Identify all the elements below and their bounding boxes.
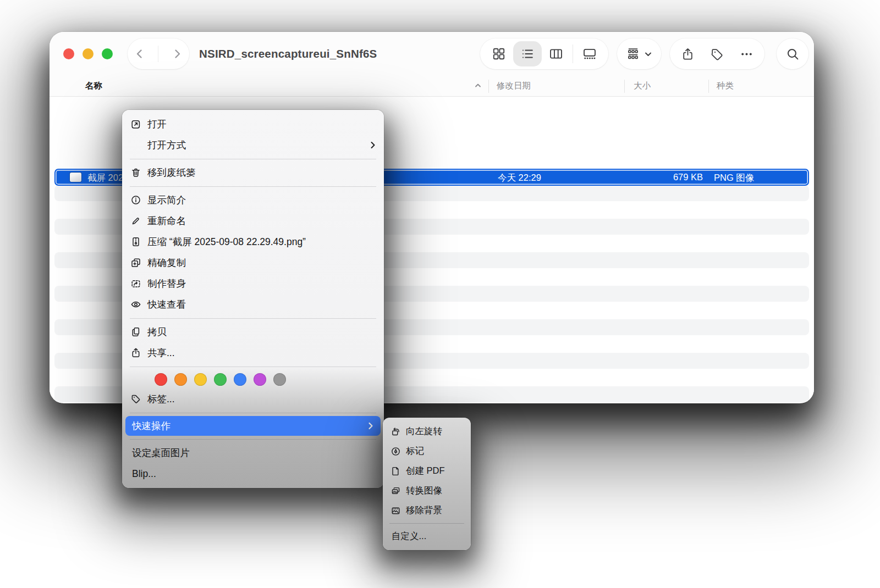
close-button[interactable] (63, 48, 74, 59)
menu-item-label: 压缩 “截屏 2025-09-08 22.29.49.png” (147, 235, 306, 248)
create-pdf-icon (390, 465, 401, 477)
menu-item-label: 打开方式 (147, 138, 186, 152)
menu-item-label: 标签... (147, 392, 175, 406)
quick-actions-submenu: 向左旋转 标记 创建 PDF 转换图像 移除背景 自定义... (383, 418, 471, 550)
menu-divider (130, 186, 376, 187)
window-title: NSIRD_screencaptureui_SnNf6S (199, 32, 377, 76)
menu-item-label: 精确复制 (147, 256, 186, 269)
menu-item-label: 设定桌面图片 (132, 446, 190, 459)
icon-view-button[interactable] (485, 41, 513, 66)
remove-background-icon (390, 505, 401, 517)
menu-item-set-desktop-picture[interactable]: 设定桌面图片 (122, 442, 384, 463)
trash-icon (130, 167, 141, 179)
tag-purple[interactable] (254, 373, 266, 386)
submenu-item-rotate-left[interactable]: 向左旋转 (383, 421, 471, 441)
submenu-item-create-pdf[interactable]: 创建 PDF (383, 461, 471, 481)
group-icon (626, 47, 640, 61)
menu-item-label: 快速操作 (132, 419, 170, 432)
open-in-new-icon (130, 119, 141, 130)
tag-orange[interactable] (174, 373, 187, 386)
menu-item-label: 共享... (147, 346, 175, 359)
tag-color-row (122, 370, 384, 389)
search-button[interactable] (777, 38, 809, 69)
convert-image-icon (390, 485, 401, 497)
menu-item-label: 重新命名 (147, 214, 186, 228)
menu-item-compress[interactable]: 压缩 “截屏 2025-09-08 22.29.49.png” (122, 231, 384, 252)
submenu-item-customize[interactable]: 自定义... (383, 526, 471, 546)
column-view-button[interactable] (542, 41, 570, 66)
menu-item-label: 拷贝 (147, 325, 167, 339)
menu-item-make-alias[interactable]: 制作替身 (122, 273, 384, 294)
info-icon (130, 195, 141, 206)
submenu-item-remove-background[interactable]: 移除背景 (383, 501, 471, 520)
submenu-divider (389, 523, 464, 524)
zip-file-icon (130, 236, 141, 248)
menu-item-get-info[interactable]: 显示简介 (122, 190, 384, 210)
menu-item-copy[interactable]: 拷贝 (122, 321, 384, 342)
alias-icon (130, 278, 141, 290)
file-date: 今天 22:29 (498, 172, 541, 184)
menu-item-tags[interactable]: 标签... (122, 389, 384, 409)
tag-button[interactable] (710, 47, 724, 61)
file-size: 679 KB (625, 172, 703, 182)
tag-blue[interactable] (234, 373, 246, 386)
menu-item-quick-actions[interactable]: 快速操作 (125, 416, 381, 436)
tag-yellow[interactable] (194, 373, 207, 386)
view-divider (573, 45, 573, 63)
menu-divider (130, 439, 376, 440)
toolbar: NSIRD_screencaptureui_SnNf6S (50, 32, 814, 76)
submenu-item-label: 创建 PDF (406, 465, 445, 477)
view-switcher (480, 38, 608, 69)
list-view-button[interactable] (513, 41, 542, 66)
submenu-item-label: 转换图像 (406, 485, 442, 497)
submenu-item-convert-image[interactable]: 转换图像 (383, 481, 471, 501)
submenu-item-label: 自定义... (392, 530, 426, 542)
menu-item-label: 打开 (147, 118, 167, 131)
group-button[interactable] (617, 38, 661, 69)
column-header-size[interactable]: 大小 (634, 80, 651, 92)
submenu-item-label: 标记 (406, 445, 424, 457)
menu-item-blip[interactable]: Blip... (122, 463, 384, 484)
tag-red[interactable] (155, 373, 167, 386)
submenu-item-markup[interactable]: 标记 (383, 441, 471, 461)
sort-ascending-icon (474, 82, 482, 90)
traffic-lights (63, 48, 113, 59)
file-thumbnail-icon (70, 173, 81, 182)
column-header-date[interactable]: 修改日期 (497, 80, 531, 92)
column-header-name[interactable]: 名称 (85, 80, 102, 92)
submenu-chevron-icon (370, 141, 376, 149)
action-buttons (670, 38, 765, 69)
header-divider (488, 80, 489, 93)
minimize-button[interactable] (82, 48, 94, 59)
submenu-chevron-icon (367, 421, 374, 430)
pencil-icon (130, 215, 141, 227)
nav-buttons (128, 38, 189, 69)
more-icon[interactable] (740, 47, 754, 61)
share-button[interactable] (681, 47, 695, 61)
back-icon[interactable] (134, 48, 146, 60)
zoom-button[interactable] (102, 48, 113, 59)
tag-icon (130, 393, 141, 405)
menu-item-quick-look[interactable]: 快速查看 (122, 294, 384, 315)
share-icon (130, 347, 141, 359)
menu-item-rename[interactable]: 重新命名 (122, 210, 384, 231)
menu-item-share[interactable]: 共享... (122, 342, 384, 363)
menu-item-duplicate[interactable]: 精确复制 (122, 252, 384, 273)
menu-item-label: 显示简介 (147, 193, 186, 207)
tag-green[interactable] (214, 373, 227, 386)
search-icon (786, 47, 800, 61)
column-header-kind[interactable]: 种类 (717, 80, 734, 92)
menu-divider (130, 367, 376, 367)
markup-icon (390, 446, 401, 457)
menu-item-move-to-trash[interactable]: 移到废纸篓 (122, 162, 384, 183)
gallery-view-button[interactable] (575, 41, 604, 66)
menu-divider (130, 413, 376, 413)
menu-divider (130, 318, 376, 319)
menu-item-open[interactable]: 打开 (122, 114, 384, 135)
menu-item-open-with[interactable]: 打开方式 (122, 135, 384, 156)
submenu-item-label: 向左旋转 (406, 425, 442, 437)
header-divider (708, 80, 709, 93)
forward-icon[interactable] (171, 48, 183, 60)
tag-gray[interactable] (273, 373, 286, 386)
context-menu: 打开 打开方式 移到废纸篓 显示简介 重新命名 压缩 “截屏 2025-09-0… (122, 110, 384, 488)
